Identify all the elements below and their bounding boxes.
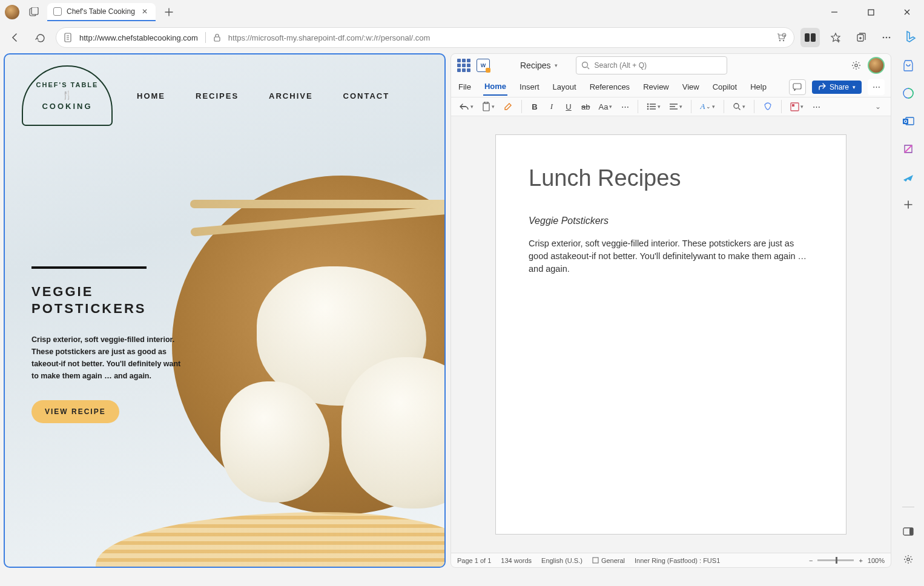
- drop-sidebar-icon[interactable]: [900, 168, 917, 185]
- nav-archive[interactable]: ARCHIVE: [269, 91, 313, 100]
- document-title[interactable]: Recipes ▾: [520, 61, 558, 70]
- back-button[interactable]: [5, 28, 24, 47]
- user-avatar[interactable]: [868, 57, 885, 74]
- document-page[interactable]: Lunch Recipes Veggie Potstickers Crisp e…: [495, 134, 846, 535]
- view-recipe-button[interactable]: VIEW RECIPE: [31, 400, 119, 423]
- nav-home[interactable]: HOME: [137, 91, 165, 100]
- lock-icon[interactable]: [213, 33, 221, 42]
- recipe-headline: VEGGIE POTSTICKERS: [31, 283, 189, 317]
- copilot-ribbon-button[interactable]: [761, 100, 775, 113]
- settings-icon[interactable]: [851, 60, 862, 71]
- bullets-button[interactable]: ▾: [644, 100, 663, 113]
- minimize-button[interactable]: [822, 2, 846, 22]
- close-window-button[interactable]: [895, 2, 919, 22]
- ribbon-collapse-button[interactable]: ⌄: [871, 100, 885, 113]
- tab-layout[interactable]: Layout: [552, 79, 578, 95]
- svg-point-22: [734, 104, 739, 108]
- shopping-icon[interactable]: [776, 32, 787, 43]
- svg-rect-23: [791, 103, 799, 111]
- share-button[interactable]: Share ▾: [812, 81, 862, 94]
- search-icon: [581, 61, 590, 70]
- logo-line2: COOKING: [42, 102, 92, 111]
- status-general[interactable]: General: [592, 557, 625, 564]
- svg-point-11: [883, 37, 885, 39]
- status-pages[interactable]: Page 1 of 1: [457, 557, 491, 564]
- address-bar[interactable]: http://www.chefstablecooking.com https:/…: [56, 27, 794, 48]
- add-sidebar-icon[interactable]: [900, 196, 917, 213]
- url-divider: [205, 32, 206, 43]
- sidebar-settings-icon[interactable]: [900, 551, 917, 568]
- undo-button[interactable]: ▾: [457, 100, 476, 113]
- paste-button[interactable]: ▾: [480, 100, 497, 113]
- nav-contact[interactable]: CONTACT: [343, 91, 390, 100]
- align-button[interactable]: ▾: [667, 101, 685, 113]
- more-button[interactable]: [877, 28, 896, 47]
- status-words[interactable]: 134 words: [501, 557, 532, 564]
- new-tab-button[interactable]: [159, 2, 179, 22]
- format-painter-button[interactable]: [501, 100, 515, 113]
- collections-button[interactable]: [851, 28, 871, 47]
- doc-subheading: Veggie Potstickers: [529, 216, 813, 226]
- document-canvas[interactable]: Lunch Recipes Veggie Potstickers Crisp e…: [451, 116, 891, 553]
- site-logo[interactable]: CHEF'S TABLE 🍴 COOKING: [22, 65, 113, 126]
- favorites-button[interactable]: [826, 28, 845, 47]
- nav-recipes[interactable]: RECIPES: [196, 91, 239, 100]
- svg-point-5: [779, 40, 780, 41]
- utensils-icon: 🍴: [62, 90, 73, 100]
- search-placeholder: Search (Alt + Q): [595, 61, 647, 70]
- tab-favicon: [53, 7, 62, 16]
- url-left: http://www.chefstablecooking.com: [79, 33, 198, 42]
- tab-review[interactable]: Review: [642, 79, 670, 95]
- zoom-control[interactable]: − + 100%: [809, 557, 885, 564]
- word-app-icon[interactable]: W: [477, 59, 490, 72]
- tab-home[interactable]: Home: [483, 78, 507, 96]
- comments-button[interactable]: [789, 79, 806, 95]
- svg-point-14: [582, 62, 587, 68]
- styles-button[interactable]: A⌄▾: [698, 100, 718, 113]
- tab-help[interactable]: Help: [749, 79, 768, 95]
- font-more-button[interactable]: ⋯: [618, 100, 632, 113]
- tab-references[interactable]: References: [589, 79, 631, 95]
- maximize-button[interactable]: [859, 2, 883, 22]
- refresh-button[interactable]: [30, 28, 50, 47]
- zoom-slider[interactable]: [817, 559, 854, 561]
- tab-insert[interactable]: Insert: [518, 79, 541, 95]
- tab-actions-button[interactable]: [24, 2, 44, 22]
- bing-chat-icon[interactable]: [902, 29, 919, 46]
- tab-view[interactable]: View: [681, 79, 701, 95]
- ribbon-more-button[interactable]: ⋯: [810, 100, 823, 113]
- tab-file[interactable]: File: [457, 79, 472, 95]
- zoom-in-button[interactable]: +: [859, 557, 862, 564]
- svg-rect-1: [31, 7, 38, 15]
- shopping-sidebar-icon[interactable]: [900, 57, 917, 74]
- underline-button[interactable]: U: [562, 100, 575, 113]
- site-info-icon[interactable]: [64, 33, 72, 42]
- bold-button[interactable]: B: [528, 100, 541, 113]
- document-title-text: Recipes: [520, 61, 551, 70]
- zoom-level[interactable]: 100%: [868, 557, 885, 564]
- logo-line1: CHEF'S TABLE: [36, 81, 99, 88]
- more-options-button[interactable]: ⋯: [868, 79, 885, 95]
- strikethrough-button[interactable]: ab: [579, 100, 592, 113]
- tab-copilot[interactable]: Copilot: [711, 79, 738, 95]
- profile-avatar[interactable]: [5, 5, 19, 19]
- designer-sidebar-icon[interactable]: [900, 140, 917, 157]
- browser-tab[interactable]: Chef's Table Cooking ✕: [47, 3, 156, 21]
- svg-point-19: [647, 104, 649, 105]
- designer-button[interactable]: ▾: [788, 100, 806, 113]
- doc-heading: Lunch Recipes: [529, 165, 813, 191]
- search-input[interactable]: Search (Alt + Q): [576, 56, 727, 74]
- status-language[interactable]: English (U.S.): [541, 557, 582, 564]
- change-case-button[interactable]: Aa▾: [596, 100, 615, 113]
- split-screen-button[interactable]: [800, 28, 820, 47]
- zoom-out-button[interactable]: −: [809, 557, 813, 564]
- app-launcher-icon[interactable]: [457, 59, 470, 72]
- italic-button[interactable]: I: [545, 100, 558, 113]
- recipe-blurb: Crisp exterior, soft veggie-filled inter…: [31, 334, 189, 382]
- sidebar-toggle-icon[interactable]: [900, 523, 917, 540]
- close-tab-icon[interactable]: ✕: [140, 7, 150, 16]
- edge-tools-icon[interactable]: [900, 85, 917, 102]
- outlook-sidebar-icon[interactable]: [900, 113, 917, 130]
- find-button[interactable]: ▾: [730, 100, 748, 113]
- svg-rect-25: [593, 558, 598, 563]
